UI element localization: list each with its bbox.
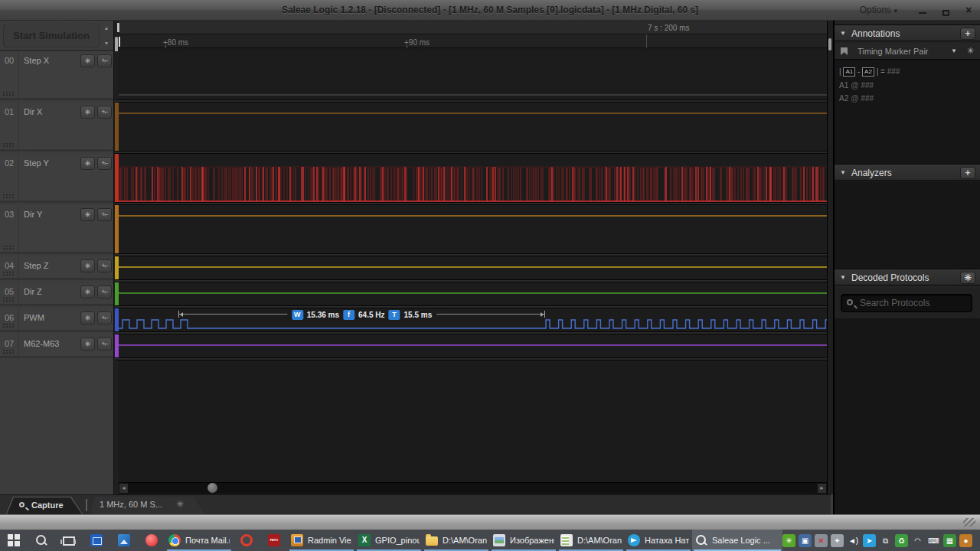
channel-gear-button[interactable]: ✳ [80,106,95,119]
vertical-scrollbar-thumb[interactable] [828,38,831,51]
tray-shapes-icon[interactable]: ⧉ [879,534,892,547]
taskbar-task-excel[interactable]: GPIO_pinout... [355,530,423,551]
taskbar-task-chrome[interactable]: Почта Mail.r... [165,530,233,551]
waveform-lane-05[interactable] [115,282,827,305]
minimize-button[interactable] [911,0,934,20]
scroll-left-arrow-icon[interactable]: ◄ [119,484,128,493]
options-menu[interactable]: Options ▾ [854,0,903,21]
title-bar[interactable]: Saleae Logic 1.2.18 - [Disconnected] - [… [0,0,980,21]
row-drag-grip-icon[interactable] [2,349,14,354]
close-button[interactable]: × [957,0,980,20]
channel-row-06[interactable]: 06PWM✳+⌐ [0,308,113,332]
resize-grip-icon[interactable] [963,518,975,527]
waveform-lane-03[interactable] [115,205,827,253]
channel-gear-button[interactable]: ✳ [80,208,95,221]
tray-dropbox-icon[interactable]: ✦ [831,534,844,547]
channel-row-03[interactable]: 03Dir Y✳+⌐ [0,205,113,254]
search-input[interactable]: Search Protocols [841,294,972,312]
channel-row-04[interactable]: 04Step Z✳+⌐ [0,256,113,280]
waveform-lane-02[interactable] [115,154,827,202]
tray-recycle-icon[interactable]: ♻ [895,534,908,547]
taskbar-task-telegram[interactable]: Натаха Ната... [625,530,692,551]
tray-volume-icon[interactable]: ◄) [847,534,860,547]
channel-gear-button[interactable]: ✳ [80,157,95,170]
collapse-triangle-icon[interactable]: ▼ [840,30,846,37]
waveform-lane-01[interactable] [115,103,827,151]
add-annotation-button[interactable]: + [960,28,975,40]
row-drag-grip-icon[interactable] [2,323,14,328]
tray-orange-app-icon[interactable]: ● [959,534,972,547]
pinned-red-app[interactable] [138,530,165,551]
row-drag-grip-icon[interactable] [2,142,14,148]
channel-row-05[interactable]: 05Dir Z✳+⌐ [0,282,113,306]
annotations-header[interactable]: ▼ Annotations + [835,24,980,41]
channel-gear-button[interactable]: ✳ [80,259,95,272]
row-drag-grip-icon[interactable] [2,271,14,276]
taskbar-task-radmin[interactable]: Radmin Vie... [288,530,355,551]
scroll-right-arrow-icon[interactable]: ► [818,484,826,493]
task-view-button[interactable] [55,530,83,551]
timeline-pan-handle[interactable] [117,23,119,32]
restore-button[interactable] [934,0,957,20]
channel-gear-button[interactable]: ✳ [80,285,95,298]
taskbar-task-saleae[interactable]: Saleae Logic ... [692,530,782,551]
spinner-down-icon[interactable]: ▼ [104,41,109,47]
channel-trigger-button[interactable]: +⌐ [97,259,112,272]
channel-gear-button[interactable]: ✳ [80,337,95,350]
channel-trigger-button[interactable]: +⌐ [97,54,112,67]
timing-marker-pair-row[interactable]: Timing Marker Pair ▼ ✳ [835,43,980,60]
waveform-lane-04[interactable] [115,256,827,279]
tray-green-app-icon[interactable]: ✳ [782,534,795,547]
a1-marker-chip[interactable]: A1 [843,67,855,77]
analyzers-header[interactable]: ▼ Analyzers + [835,164,980,181]
a2-marker-chip[interactable]: A2 [862,67,874,77]
tray-keyboard-icon[interactable]: ⌨ [927,534,940,547]
channel-trigger-button[interactable]: +⌐ [97,106,112,119]
channel-row-00[interactable]: 00Step X✳+⌐ [0,51,113,100]
pinned-blue-app[interactable] [83,530,110,551]
waveform-lane-00[interactable] [115,51,827,99]
search-button[interactable] [28,530,55,551]
tray-radmin-icon[interactable]: ▣ [799,534,812,547]
decoded-protocols-header[interactable]: ▼ Decoded Protocols ✳ [835,269,980,285]
spinner-up-icon[interactable]: ▲ [104,25,109,31]
gear-icon[interactable]: ✳ [967,46,974,56]
channel-row-01[interactable]: 01Dir X✳+⌐ [0,103,113,152]
row-drag-grip-icon[interactable] [2,194,14,199]
channel-gear-button[interactable]: ✳ [80,311,95,324]
taskbar-task-notepad[interactable]: D:\AM\Oran... [557,530,625,551]
channel-gear-button[interactable]: ✳ [80,54,95,67]
language-indicator[interactable]: ENG [975,536,980,545]
protocols-gear-button[interactable]: ✳ [960,272,975,284]
channel-row-07[interactable]: 07M62-M63✳+⌐ [0,334,113,358]
channel-trigger-button[interactable]: +⌐ [97,311,112,324]
taskbar-task-opera[interactable] [233,530,260,551]
row-drag-grip-icon[interactable] [2,297,14,302]
taskbar-task-image-viewer[interactable]: Изображения [490,530,557,551]
session-tab[interactable]: 1 MHz, 60 M S... ✳ [90,497,205,514]
timeline-tick-row[interactable] [119,34,827,48]
collapse-triangle-icon[interactable]: ▼ [840,169,846,176]
waveform-lane-07[interactable] [115,334,827,357]
channel-trigger-button[interactable]: +⌐ [97,337,112,350]
timeline-header[interactable] [119,21,827,34]
row-drag-grip-icon[interactable] [2,245,14,250]
horizontal-scrollbar[interactable] [119,482,827,494]
tray-wifi-icon[interactable]: ◠ [911,534,924,547]
capture-tab[interactable]: Capture [6,497,83,514]
channel-trigger-button[interactable]: +⌐ [97,208,112,221]
tray-telegram-icon[interactable]: ➤ [863,534,876,547]
channel-row-02[interactable]: 02Step Y✳+⌐ [0,154,113,203]
gear-icon[interactable]: ✳ [176,499,184,510]
add-analyzer-button[interactable]: + [960,167,975,179]
simulation-spinner[interactable]: ▲ ▼ [100,25,113,47]
pinned-photos-app[interactable] [110,530,138,551]
vertical-scrollbar[interactable] [827,21,833,494]
row-drag-grip-icon[interactable] [2,91,14,96]
channel-trigger-button[interactable]: +⌐ [97,285,112,298]
horizontal-scrollbar-thumb[interactable] [207,483,217,493]
taskbar-task-rato[interactable] [260,530,288,551]
start-button[interactable] [0,530,28,551]
collapse-triangle-icon[interactable]: ▼ [840,274,846,281]
taskbar-task-folder[interactable]: D:\AM\Oran... [423,530,490,551]
